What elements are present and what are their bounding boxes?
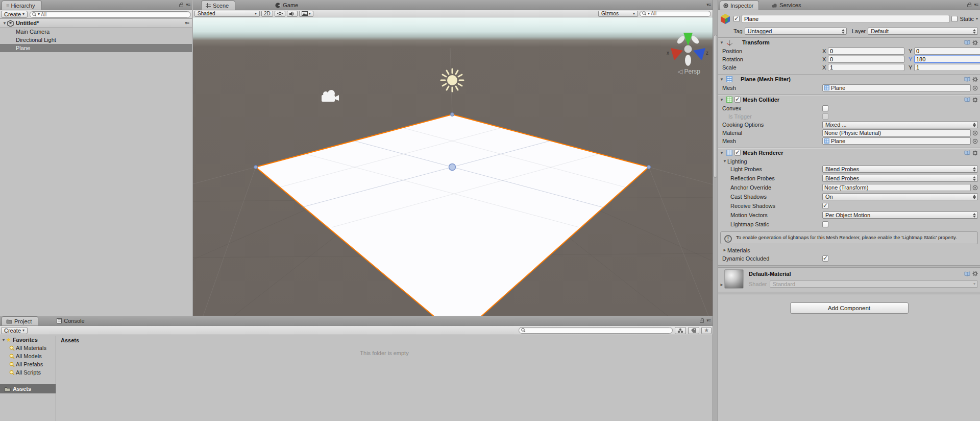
tab-services[interactable]: Services xyxy=(768,1,806,10)
object-picker-icon[interactable] xyxy=(972,85,978,91)
anchor-override-field[interactable]: None (Transform) xyxy=(822,184,971,191)
tab-game[interactable]: Game xyxy=(271,1,304,10)
mesh-object-field[interactable]: Plane xyxy=(822,84,971,91)
object-picker-icon[interactable] xyxy=(972,185,978,191)
hierarchy-scene-root[interactable]: ▼ Untitled* ▾≡ xyxy=(0,19,192,28)
tab-scene[interactable]: Scene xyxy=(201,1,235,10)
axis-z-cone[interactable] xyxy=(693,48,705,60)
scale-y-field[interactable] xyxy=(914,64,980,71)
rotation-x-field[interactable] xyxy=(828,56,904,63)
reflection-probes-dropdown[interactable]: Blend Probes xyxy=(822,175,978,182)
scene-menu-icon[interactable]: ▾≡ xyxy=(185,20,189,26)
directional-light-gizmo[interactable] xyxy=(441,69,463,91)
reference-book-icon[interactable] xyxy=(964,150,970,155)
object-picker-icon[interactable] xyxy=(972,130,978,136)
project-create-button[interactable]: Create▾ xyxy=(1,327,28,334)
material-preview-sphere[interactable] xyxy=(724,269,744,289)
tab-inspector[interactable]: Inspector xyxy=(720,1,759,10)
position-y-field[interactable] xyxy=(914,48,980,55)
camera-gizmo[interactable] xyxy=(322,90,339,102)
object-picker-icon[interactable] xyxy=(972,138,978,144)
scene-viewport[interactable]: x z ◁ Persp xyxy=(193,17,713,316)
shader-dropdown[interactable]: Standard ▾ xyxy=(770,280,978,288)
panel-menu-icon[interactable]: ▾≡ xyxy=(706,318,710,323)
panel-menu-icon[interactable]: ▾≡ xyxy=(186,2,190,7)
scale-x-field[interactable] xyxy=(828,64,904,71)
gear-icon[interactable] xyxy=(972,40,978,45)
favorites-filter-button[interactable]: ★ xyxy=(701,327,712,334)
project-file-area[interactable]: Assets This folder is empty xyxy=(56,336,713,421)
foldout-open-icon[interactable]: ▼ xyxy=(2,21,7,26)
lock-icon[interactable] xyxy=(179,4,183,7)
hierarchy-create-button[interactable]: Create▾ xyxy=(1,11,28,18)
tab-project[interactable]: Project xyxy=(2,316,38,325)
draw-mode-dropdown[interactable]: Shaded▾ xyxy=(194,11,260,17)
scene-audio-toggle[interactable] xyxy=(287,11,298,17)
lock-icon[interactable] xyxy=(967,4,971,7)
panel-menu-icon[interactable]: ▾≡ xyxy=(706,2,710,7)
reference-book-icon[interactable] xyxy=(964,40,970,45)
gizmo-center[interactable] xyxy=(684,45,692,53)
foldout-open-icon[interactable]: ▼ xyxy=(719,98,724,102)
hierarchy-item-main-camera[interactable]: Main Camera xyxy=(0,28,192,36)
foldout-closed-icon[interactable]: ► xyxy=(719,283,724,289)
favorites-root[interactable]: ▼ ★ Favorites xyxy=(0,336,56,344)
foldout-open-icon[interactable]: ▼ xyxy=(722,159,727,163)
tag-dropdown[interactable]: Untagged xyxy=(745,28,847,35)
reference-book-icon[interactable] xyxy=(964,77,970,82)
plane-object[interactable] xyxy=(256,114,649,316)
gear-icon[interactable] xyxy=(972,77,978,82)
scene-effects-dropdown[interactable]: ▾ xyxy=(299,11,313,17)
foldout-open-icon[interactable]: ▼ xyxy=(719,40,724,45)
convex-checkbox[interactable] xyxy=(822,105,828,111)
gear-icon[interactable] xyxy=(972,271,978,276)
gizmos-dropdown[interactable]: Gizmos▾ xyxy=(598,11,638,17)
axis-x-cone[interactable] xyxy=(671,48,683,60)
object-enabled-checkbox[interactable] xyxy=(733,16,740,22)
chevron-down-icon[interactable]: ▾ xyxy=(976,17,978,21)
reference-book-icon[interactable] xyxy=(964,97,970,102)
inspector-scrollbar[interactable] xyxy=(713,0,718,421)
cooking-options-dropdown[interactable]: Mixed ... xyxy=(822,121,978,128)
foldout-closed-icon[interactable]: ► xyxy=(722,248,727,252)
foldout-open-icon[interactable]: ▼ xyxy=(719,151,724,155)
favorite-all-scripts[interactable]: All Scripts xyxy=(0,368,56,377)
receive-shadows-checkbox[interactable] xyxy=(822,203,828,209)
scrollbar-thumb[interactable] xyxy=(714,35,717,178)
component-enabled-checkbox[interactable] xyxy=(734,150,741,156)
hierarchy-item-directional-light[interactable]: Directional Light xyxy=(0,36,192,44)
favorite-all-materials[interactable]: All Materials xyxy=(0,344,56,352)
favorite-all-prefabs[interactable]: All Prefabs xyxy=(0,360,56,368)
panel-menu-icon[interactable]: ▾≡ xyxy=(974,2,978,7)
tab-console[interactable]: Console xyxy=(53,316,90,325)
light-probes-dropdown[interactable]: Blend Probes xyxy=(822,166,978,173)
object-name-field[interactable] xyxy=(742,15,949,23)
search-by-label-button[interactable] xyxy=(688,327,699,334)
lightmap-static-checkbox[interactable] xyxy=(822,221,828,227)
component-enabled-checkbox[interactable] xyxy=(734,97,741,103)
reference-book-icon[interactable] xyxy=(964,271,970,276)
layer-dropdown[interactable]: Default xyxy=(868,28,978,35)
gear-icon[interactable] xyxy=(972,150,978,156)
plane-center-handle[interactable] xyxy=(449,164,456,171)
orientation-gizmo[interactable]: x z ◁ Persp xyxy=(667,33,708,75)
dynamic-occluded-checkbox[interactable] xyxy=(822,255,828,262)
axis-y-cone[interactable] xyxy=(683,33,693,46)
hierarchy-item-plane[interactable]: Plane xyxy=(0,44,192,52)
gear-icon[interactable] xyxy=(972,97,978,103)
lock-icon[interactable] xyxy=(700,320,704,323)
collider-mesh-field[interactable]: Plane xyxy=(822,137,971,145)
scene-search-input[interactable]: ▾ All xyxy=(640,11,711,17)
favorite-all-models[interactable]: All Models xyxy=(0,352,56,360)
foldout-open-icon[interactable]: ▼ xyxy=(1,338,6,342)
search-by-type-button[interactable] xyxy=(675,327,686,334)
projection-label[interactable]: ◁ Persp xyxy=(677,68,700,75)
position-x-field[interactable] xyxy=(828,48,904,55)
hierarchy-search-input[interactable]: ▾ All xyxy=(30,11,191,18)
add-component-button[interactable]: Add Component xyxy=(790,302,909,314)
materials-foldout-row[interactable]: ► Materials xyxy=(718,246,980,254)
cast-shadows-dropdown[interactable]: On xyxy=(822,193,978,200)
assets-folder-row[interactable]: Assets xyxy=(0,384,56,393)
lighting-foldout-row[interactable]: ▼ Lighting xyxy=(718,157,980,165)
2d-toggle-button[interactable]: 2D xyxy=(261,11,273,17)
